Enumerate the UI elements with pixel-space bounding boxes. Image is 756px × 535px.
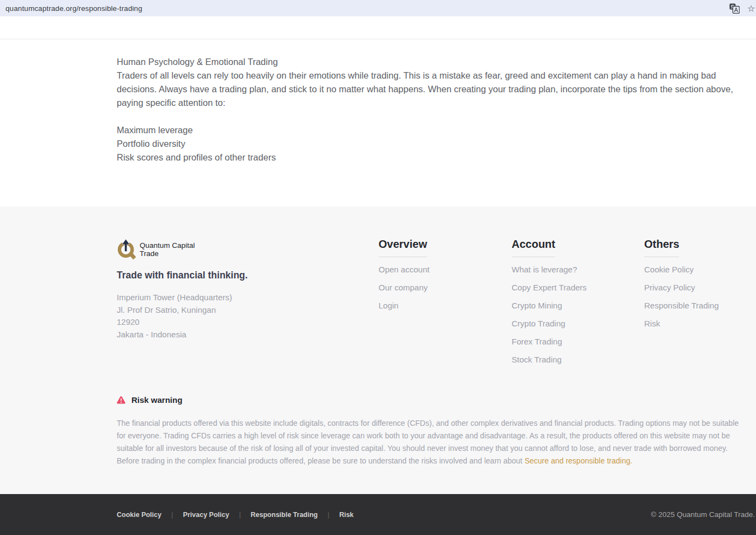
bookmark-star-icon[interactable]: ☆ — [747, 3, 756, 14]
brand-logo-text: Quantum Capital Trade — [140, 241, 195, 258]
bottom-bar-link[interactable]: Privacy Policy — [161, 510, 229, 519]
footer-brand: Quantum Capital Trade Trade with financi… — [117, 238, 351, 341]
list-item: Risk scores and profiles of other trader… — [117, 151, 744, 164]
risk-warning-title: Risk warning — [131, 395, 182, 405]
footer-link[interactable]: What is leverage? — [512, 264, 587, 275]
bottom-bar-link[interactable]: Cookie Policy — [117, 511, 161, 519]
footer-links-list: What is leverage?Copy Expert TradersCryp… — [512, 264, 587, 365]
brand-tagline: Trade with financial thinking. — [117, 270, 351, 281]
footer-link[interactable]: Privacy Policy — [644, 282, 719, 293]
address-line: 12920 — [117, 316, 351, 329]
footer-link[interactable]: Forex Trading — [512, 336, 587, 347]
main-content-section: Human Psychology & Emotional Trading Tra… — [0, 39, 756, 206]
bottom-bar-link[interactable]: Responsible Trading — [229, 510, 317, 519]
footer-link[interactable]: Copy Expert Traders — [512, 282, 587, 293]
section-paragraph: Traders of all levels can rely too heavi… — [117, 69, 744, 110]
brand-logo-icon — [117, 238, 136, 260]
bottom-links: Cookie PolicyPrivacy PolicyResponsible T… — [117, 510, 353, 519]
footer-link[interactable]: Login — [379, 300, 429, 311]
footer-links-list: Cookie PolicyPrivacy PolicyResponsible T… — [644, 264, 719, 329]
browser-address-bar[interactable]: quantumcaptrade.org/responsible-trading … — [0, 0, 756, 16]
footer-column-title: Others — [644, 238, 679, 257]
address-line: Imperium Tower (Headquarters) — [117, 292, 351, 304]
brand-address: Imperium Tower (Headquarters)Jl. Prof Dr… — [117, 292, 351, 341]
list-item: Portfolio diversity — [117, 137, 744, 151]
risk-warning-body: The financial products offered via this … — [117, 419, 739, 465]
attention-list: Maximum leveragePortfolio diversityRisk … — [117, 123, 744, 164]
brand-logo[interactable]: Quantum Capital Trade — [117, 238, 351, 260]
footer-link[interactable]: Responsible Trading — [644, 300, 719, 311]
translate-icon[interactable] — [729, 3, 740, 14]
footer-link[interactable]: Crypto Mining — [512, 300, 587, 311]
footer-column-account: Account What is leverage?Copy Expert Tra… — [512, 238, 587, 365]
copyright-text: © 2025 Quantum Capital Trade. — [651, 510, 755, 519]
footer-column-overview: Overview Open accountOur companyLogin — [379, 238, 429, 311]
footer-links-list: Open accountOur companyLogin — [379, 264, 429, 311]
address-bar-icons: ☆ — [729, 3, 751, 14]
footer-link[interactable]: Stock Trading — [512, 354, 587, 365]
footer-link[interactable]: Open account — [379, 264, 429, 275]
footer-column-title: Account — [512, 238, 555, 257]
list-item: Maximum leverage — [117, 123, 744, 137]
secure-trading-link[interactable]: Secure and responsible trading. — [525, 456, 633, 465]
bottom-bar: Cookie PolicyPrivacy PolicyResponsible T… — [0, 494, 756, 535]
address-line: Jakarta - Indonesia — [117, 329, 351, 341]
page-header — [0, 16, 756, 39]
section-heading: Human Psychology & Emotional Trading — [117, 55, 744, 69]
footer: Quantum Capital Trade Trade with financi… — [0, 206, 756, 494]
risk-warning-text: The financial products offered via this … — [117, 417, 744, 467]
bottom-bar-link[interactable]: Risk — [317, 510, 353, 519]
footer-link[interactable]: Crypto Trading — [512, 318, 587, 329]
footer-link[interactable]: Cookie Policy — [644, 264, 719, 275]
footer-column-title: Overview — [379, 238, 427, 257]
footer-column-others: Others Cookie PolicyPrivacy PolicyRespon… — [644, 238, 719, 329]
footer-link[interactable]: Risk — [644, 318, 719, 329]
url-text[interactable]: quantumcaptrade.org/responsible-trading — [5, 4, 142, 13]
footer-link[interactable]: Our company — [379, 282, 429, 293]
warning-icon — [117, 396, 125, 404]
risk-warning-header: Risk warning — [117, 395, 182, 405]
address-line: Jl. Prof Dr Satrio, Kuningan — [117, 304, 351, 317]
